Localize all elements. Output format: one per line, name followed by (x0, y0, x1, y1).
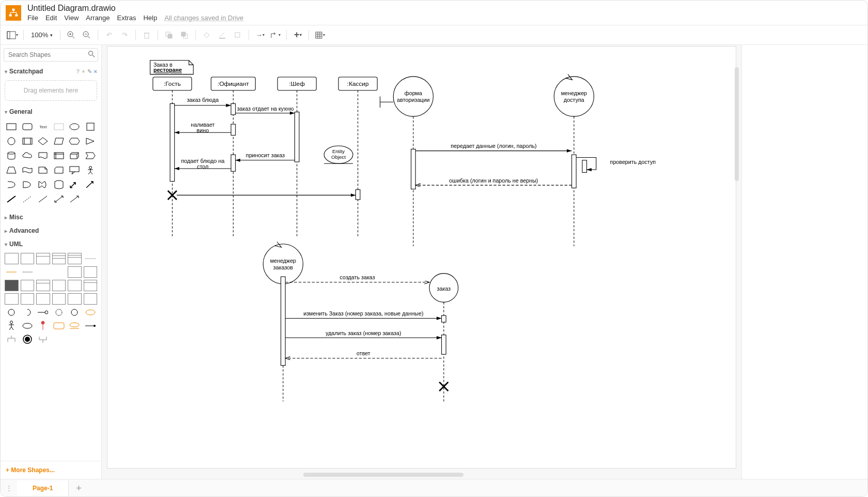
waypoints-button[interactable]: ▾ (269, 28, 282, 42)
scratchpad-help-icon[interactable]: ? (76, 68, 80, 75)
shape-and[interactable] (36, 178, 50, 191)
save-status[interactable]: All changes saved in Drive (164, 14, 243, 22)
shape-bidir-arrow[interactable] (52, 193, 66, 205)
uml-comp7[interactable] (68, 293, 82, 305)
uml-end[interactable] (21, 307, 35, 318)
shape-arrow-bidir[interactable] (68, 178, 82, 191)
uml-provided[interactable] (52, 307, 66, 318)
uml-actor2[interactable] (5, 320, 19, 332)
uml-comp5[interactable] (36, 293, 50, 305)
shape-curly[interactable] (5, 178, 19, 191)
to-front-button[interactable] (162, 28, 176, 42)
table-button[interactable]: ▾ (313, 28, 327, 42)
uml-fork2[interactable] (36, 334, 50, 345)
uml-package[interactable] (52, 280, 66, 291)
scratchpad-close-icon[interactable]: × (94, 68, 97, 75)
shape-ellipse[interactable] (68, 121, 82, 133)
menu-help[interactable]: Help (143, 14, 157, 22)
zoom-in-button[interactable] (65, 28, 78, 42)
uml-class4[interactable] (68, 253, 82, 264)
uml-pin[interactable] (36, 320, 50, 332)
shape-rect[interactable] (5, 121, 19, 133)
uml-hline[interactable] (21, 266, 35, 278)
shape-actor[interactable] (84, 164, 98, 176)
uml-port[interactable] (36, 307, 50, 318)
uml-module[interactable] (84, 280, 98, 291)
scratchpad-edit-icon[interactable]: ✎ (87, 68, 92, 75)
menu-arrange[interactable]: Arrange (86, 14, 110, 22)
menu-extras[interactable]: Extras (117, 14, 136, 22)
shape-directional[interactable] (68, 193, 82, 205)
shape-arrow[interactable] (84, 178, 98, 191)
shape-note[interactable] (36, 164, 50, 176)
shape-circle[interactable] (5, 135, 19, 147)
menu-file[interactable]: File (27, 14, 38, 22)
shape-textbox[interactable] (52, 121, 66, 133)
uml-class[interactable] (36, 253, 50, 264)
undo-button[interactable]: ↶ (102, 28, 116, 42)
uml-final[interactable] (21, 334, 35, 345)
shadow-button[interactable] (231, 28, 244, 42)
shape-process[interactable] (21, 135, 35, 147)
horizontal-scrollbar[interactable] (303, 473, 463, 477)
shape-cube[interactable] (68, 149, 82, 162)
uml-comp3[interactable] (5, 293, 19, 305)
zoom-out-button[interactable] (80, 28, 94, 42)
uml-interface[interactable] (21, 253, 35, 264)
uml-usecase2[interactable] (21, 320, 35, 332)
uml-box1[interactable] (84, 266, 98, 278)
shape-tape[interactable] (21, 164, 35, 176)
shape-or[interactable] (21, 178, 35, 191)
shape-dashed-line[interactable] (21, 193, 35, 205)
uml-package2[interactable] (68, 280, 82, 291)
shape-cloud[interactable] (21, 149, 35, 162)
advanced-header[interactable]: ▸Advanced (1, 224, 101, 237)
uml-usecase[interactable] (84, 307, 98, 318)
add-page-button[interactable]: + (69, 479, 89, 497)
pages-menu-button[interactable]: ⋮ (1, 484, 17, 492)
document-title[interactable]: Untitled Diagram.drawio (27, 4, 243, 13)
uml-header[interactable]: ▾UML (1, 237, 101, 251)
uml-item[interactable] (84, 253, 98, 264)
misc-header[interactable]: ▸Misc (1, 210, 101, 224)
uml-component[interactable] (5, 280, 19, 291)
more-shapes-button[interactable]: + More Shapes... (1, 461, 101, 479)
shape-step[interactable] (84, 149, 98, 162)
scratchpad-add-icon[interactable]: + (82, 68, 85, 75)
shape-hexagon[interactable] (68, 135, 82, 147)
uml-class3[interactable] (52, 253, 66, 264)
shape-line[interactable] (5, 193, 19, 205)
shape-triangle[interactable] (84, 135, 98, 147)
delete-button[interactable] (140, 28, 153, 42)
search-icon[interactable] (88, 51, 95, 59)
menu-view[interactable]: View (64, 14, 79, 22)
uml-comp4[interactable] (21, 293, 35, 305)
redo-button[interactable]: ↷ (118, 28, 131, 42)
uml-entity[interactable] (68, 320, 82, 332)
uml-start[interactable] (5, 307, 19, 318)
shape-internal-storage[interactable] (52, 149, 66, 162)
uml-join[interactable] (84, 320, 98, 332)
uml-divider[interactable] (5, 266, 19, 278)
uml-title[interactable] (68, 266, 82, 278)
to-back-button[interactable] (178, 28, 191, 42)
canvas-area[interactable]: Заказ в ресторане :Гость :Официант :Шеф (102, 45, 741, 479)
uml-object[interactable] (5, 253, 19, 264)
app-logo[interactable] (6, 5, 21, 21)
shape-card[interactable] (52, 164, 66, 176)
uml-required[interactable] (68, 307, 82, 318)
line-color-button[interactable] (215, 28, 229, 42)
uml-fork[interactable] (5, 334, 19, 345)
format-panel[interactable] (741, 45, 867, 479)
page-tab-1[interactable]: Page-1 (17, 480, 69, 496)
uml-comp6[interactable] (52, 293, 66, 305)
fill-color-button[interactable] (200, 28, 213, 42)
uml-block[interactable] (36, 280, 50, 291)
menu-edit[interactable]: Edit (45, 14, 57, 22)
canvas[interactable]: Заказ в ресторане :Гость :Официант :Шеф (107, 46, 736, 469)
connection-button[interactable]: → ▾ (253, 28, 267, 42)
scratchpad-dropzone[interactable]: Drag elements here (5, 80, 97, 101)
shape-callout[interactable] (68, 164, 82, 176)
scratchpad-header[interactable]: ▾Scratchpad ?+✎× (1, 65, 101, 78)
uml-component2[interactable] (21, 280, 35, 291)
